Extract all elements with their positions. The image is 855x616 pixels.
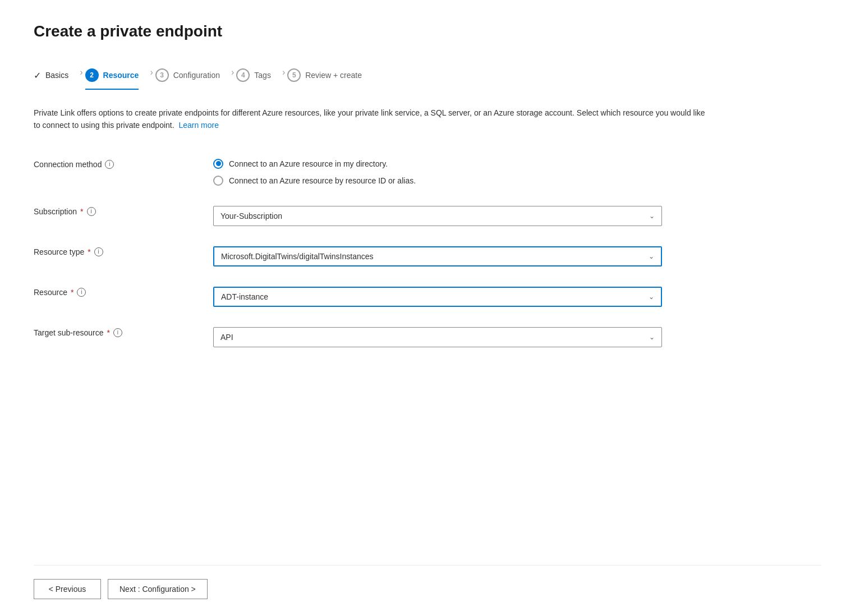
tab-tags-label: Tags — [254, 71, 271, 80]
resource-type-row: Resource type * i Microsoft.DigitalTwins… — [34, 236, 707, 277]
connection-method-info-icon[interactable]: i — [105, 160, 114, 169]
tab-resource-circle: 2 — [85, 68, 99, 82]
content-area: Private Link offers options to create pr… — [34, 107, 821, 616]
tab-configuration[interactable]: 3 Configuration — [155, 63, 231, 90]
resource-type-value: Microsoft.DigitalTwins/digitalTwinsInsta… — [221, 252, 374, 261]
target-sub-resource-info-icon[interactable]: i — [113, 328, 122, 337]
subscription-required: * — [80, 207, 83, 216]
resource-chevron-icon: ⌄ — [649, 293, 654, 301]
tab-configuration-label: Configuration — [173, 71, 220, 80]
subscription-label: Subscription * i — [34, 206, 191, 216]
subscription-info-icon[interactable]: i — [87, 207, 96, 216]
tab-basics[interactable]: ✓ Basics — [34, 65, 80, 89]
check-icon: ✓ — [34, 70, 41, 81]
resource-type-required: * — [88, 247, 90, 256]
subscription-chevron-icon: ⌄ — [649, 212, 655, 220]
resource-control: ADT-instance ⌄ — [213, 287, 662, 307]
tab-configuration-circle: 3 — [155, 68, 169, 82]
tab-tags-circle: 4 — [236, 68, 250, 82]
tab-review-create-circle: 5 — [287, 68, 301, 82]
description-text: Private Link offers options to create pr… — [34, 107, 707, 132]
connection-method-row: Connection method i Connect to an Azure … — [34, 149, 707, 196]
previous-button[interactable]: < Previous — [34, 579, 101, 599]
tab-resource-label: Resource — [103, 71, 139, 80]
subscription-value: Your-Subscription — [220, 212, 282, 220]
page-title: Create a private endpoint — [34, 22, 821, 40]
radio-resource-id[interactable]: Connect to an Azure resource by resource… — [213, 176, 662, 186]
connection-method-control: Connect to an Azure resource in my direc… — [213, 159, 662, 186]
resource-label: Resource * i — [34, 287, 191, 297]
page-container: Create a private endpoint ✓ Basics › 2 R… — [0, 0, 855, 616]
target-sub-resource-value: API — [220, 333, 233, 342]
tab-basics-label: Basics — [45, 71, 68, 80]
resource-type-chevron-icon: ⌄ — [649, 252, 654, 260]
separator-2: › — [150, 67, 153, 77]
footer: < Previous Next : Configuration > — [34, 566, 821, 616]
radio-resource-id-label: Connect to an Azure resource by resource… — [229, 176, 416, 185]
subscription-row: Subscription * i Your-Subscription ⌄ — [34, 196, 707, 236]
resource-required: * — [71, 288, 73, 297]
connection-method-label: Connection method i — [34, 159, 191, 169]
tab-review-create-label: Review + create — [305, 71, 362, 80]
resource-row: Resource * i ADT-instance ⌄ — [34, 277, 707, 317]
form-section: Connection method i Connect to an Azure … — [34, 149, 707, 357]
resource-type-dropdown[interactable]: Microsoft.DigitalTwins/digitalTwinsInsta… — [213, 246, 662, 266]
tab-review-create[interactable]: 5 Review + create — [287, 63, 373, 90]
resource-value: ADT-instance — [221, 292, 268, 301]
target-sub-resource-row: Target sub-resource * i API ⌄ — [34, 317, 707, 357]
learn-more-link[interactable]: Learn more — [178, 121, 219, 130]
target-sub-resource-dropdown[interactable]: API ⌄ — [213, 327, 662, 347]
tab-resource[interactable]: 2 Resource — [85, 63, 150, 90]
radio-resource-id-input[interactable] — [213, 176, 223, 186]
radio-directory[interactable]: Connect to an Azure resource in my direc… — [213, 159, 662, 169]
target-sub-resource-label: Target sub-resource * i — [34, 327, 191, 337]
resource-dropdown[interactable]: ADT-instance ⌄ — [213, 287, 662, 307]
separator-3: › — [231, 67, 234, 77]
target-sub-resource-required: * — [107, 328, 110, 337]
subscription-control: Your-Subscription ⌄ — [213, 206, 662, 226]
radio-directory-input[interactable] — [213, 159, 223, 169]
radio-directory-label: Connect to an Azure resource in my direc… — [229, 159, 388, 168]
target-sub-resource-chevron-icon: ⌄ — [649, 333, 655, 341]
wizard-tabs: ✓ Basics › 2 Resource › 3 Configuration … — [34, 63, 821, 90]
resource-info-icon[interactable]: i — [77, 288, 86, 297]
resource-type-info-icon[interactable]: i — [94, 247, 103, 256]
separator-4: › — [282, 67, 285, 77]
subscription-dropdown[interactable]: Your-Subscription ⌄ — [213, 206, 662, 226]
separator-1: › — [80, 67, 82, 77]
tab-tags[interactable]: 4 Tags — [236, 63, 282, 90]
next-button[interactable]: Next : Configuration > — [108, 579, 208, 599]
resource-type-control: Microsoft.DigitalTwins/digitalTwinsInsta… — [213, 246, 662, 266]
resource-type-label: Resource type * i — [34, 246, 191, 256]
target-sub-resource-control: API ⌄ — [213, 327, 662, 347]
